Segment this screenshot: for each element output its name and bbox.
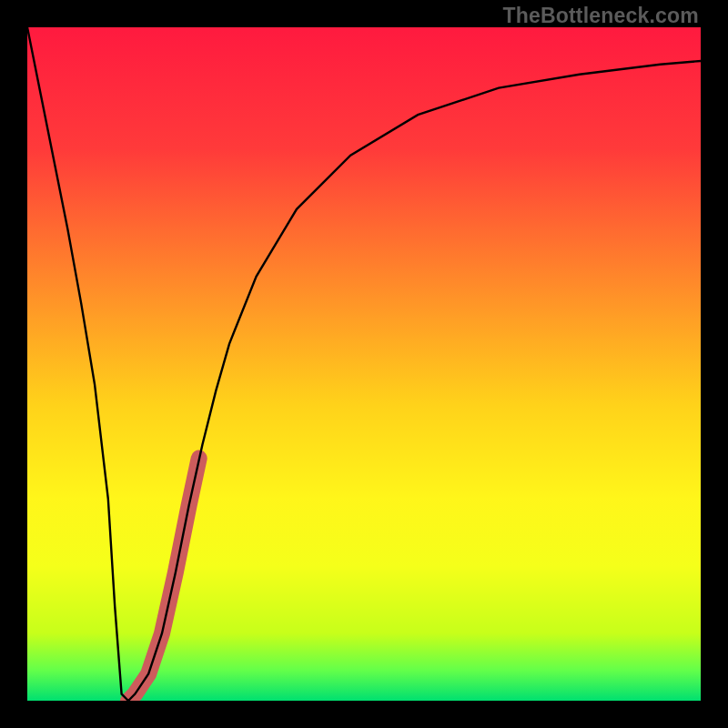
gradient-background — [27, 27, 701, 701]
watermark-text: TheBottleneck.com — [502, 4, 699, 28]
chart-frame: TheBottleneck.com — [0, 0, 728, 728]
chart-svg — [27, 27, 701, 701]
plot-area — [27, 27, 701, 701]
